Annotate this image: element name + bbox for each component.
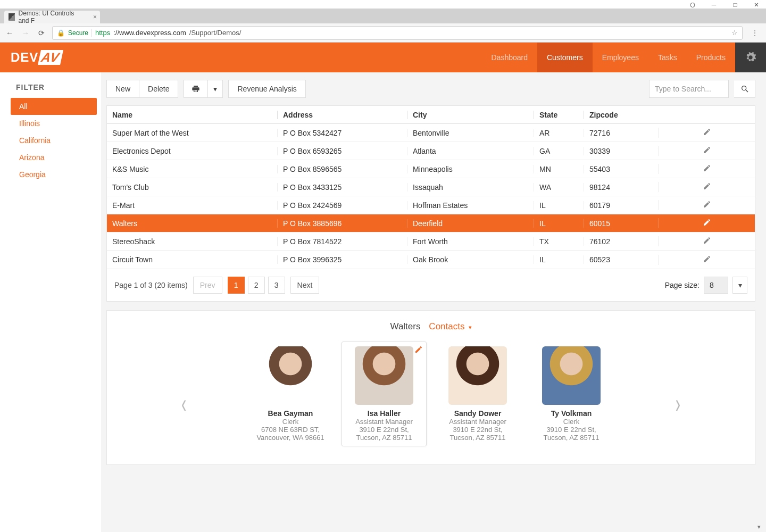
page-size-value[interactable]: 8	[704, 277, 728, 294]
nav-products[interactable]: Products	[687, 43, 735, 72]
filter-item-illinois[interactable]: Illinois	[0, 115, 101, 132]
edit-row-button[interactable]	[658, 200, 755, 210]
search-placeholder: Type to Search...	[655, 85, 711, 93]
window-titlebar: ◯ — ☐ ✕	[0, 0, 766, 9]
contact-card[interactable]: Isa HallerAssistant Manager3910 E 22nd S…	[342, 342, 427, 446]
table-row[interactable]: StereoShackP O Box 7814522Fort WorthTX76…	[107, 232, 755, 251]
filter-item-arizona[interactable]: Arizona	[0, 149, 101, 166]
nav-customers[interactable]: Customers	[537, 43, 593, 72]
table-row[interactable]: Circuit TownP O Box 3996325Oak BrookIL60…	[107, 251, 755, 269]
contact-avatar	[448, 346, 507, 405]
contacts-prev[interactable]: ‹	[181, 388, 186, 419]
table-row[interactable]: E-MartP O Box 2424569Hoffman EstatesIL60…	[107, 196, 755, 214]
contact-card[interactable]: Sandy DowerAssistant Manager3910 E 22nd …	[435, 342, 520, 446]
delete-button[interactable]: Delete	[139, 80, 178, 98]
edit-row-button[interactable]	[658, 146, 755, 156]
window-maximize[interactable]: ☐	[730, 0, 740, 9]
table-row[interactable]: Electronics DepotP O Box 6593265AtlantaG…	[107, 142, 755, 160]
contact-addr1: 6708 NE 63RD ST,	[253, 426, 328, 434]
edit-contact-button[interactable]	[414, 345, 423, 355]
search-input[interactable]: Type to Search...	[649, 80, 729, 98]
app-header: DEVAV Dashboard Customers Employees Task…	[0, 43, 766, 72]
cell-address: P O Box 3996325	[277, 255, 407, 264]
contacts-next[interactable]: ›	[676, 388, 680, 419]
cell-address: P O Box 6593265	[277, 147, 407, 155]
pager-page-2[interactable]: 2	[248, 277, 265, 294]
browser-menu-icon[interactable]: ⋮	[748, 29, 762, 37]
revenue-analysis-button[interactable]: Revenue Analysis	[228, 80, 305, 98]
pager-prev[interactable]: Prev	[193, 277, 222, 294]
page-size-dropdown[interactable]: ▾	[732, 277, 747, 294]
pager-next[interactable]: Next	[290, 277, 320, 294]
cell-city: Deerfield	[407, 219, 534, 228]
nav-dashboard[interactable]: Dashboard	[482, 43, 538, 72]
cell-city: Hoffman Estates	[407, 201, 534, 210]
logo-text-2: AV	[38, 50, 63, 65]
caret-down-icon: ▾	[213, 85, 217, 93]
window-minimize[interactable]: —	[709, 0, 719, 9]
settings-button[interactable]	[735, 43, 766, 72]
edit-row-button[interactable]	[658, 182, 755, 192]
contact-name: Sandy Dower	[440, 409, 515, 418]
contacts-company: Walters	[390, 321, 420, 331]
cell-city: Fort Worth	[407, 237, 534, 246]
address-bar[interactable]: 🔒 Secure https://www.devexpress.com/Supp…	[52, 26, 743, 40]
contact-name: Bea Gayman	[253, 409, 328, 418]
contact-card[interactable]: Ty VolkmanClerk3910 E 22nd St,Tucson, AZ…	[529, 342, 614, 446]
table-row[interactable]: Tom's ClubP O Box 3433125IssaquahWA98124	[107, 178, 755, 196]
contact-addr2: Vancouver, WA 98661	[253, 434, 328, 442]
cell-city: Oak Brook	[407, 255, 534, 264]
edit-row-button[interactable]	[658, 236, 755, 246]
edit-row-button[interactable]	[658, 218, 755, 228]
pager-info: Page 1 of 3 (20 items)	[114, 281, 188, 289]
pager: Page 1 of 3 (20 items) Prev 123 Next Pag…	[106, 269, 755, 302]
cell-name: Tom's Club	[107, 183, 277, 192]
cell-state: IL	[534, 201, 584, 210]
forward-button[interactable]: →	[20, 29, 31, 37]
filter-item-all[interactable]: All	[11, 98, 97, 115]
pager-page-1[interactable]: 1	[228, 277, 245, 294]
bookmark-icon[interactable]: ☆	[731, 29, 738, 37]
edit-row-button[interactable]	[658, 128, 755, 138]
main-content: New Delete ▾ Revenue Analysis Type to Se…	[101, 72, 766, 532]
contacts-dropdown[interactable]: Contacts ▾	[429, 321, 471, 331]
col-name[interactable]: Name	[107, 111, 277, 119]
edit-row-button[interactable]	[658, 164, 755, 174]
pager-page-3[interactable]: 3	[268, 277, 285, 294]
filter-item-georgia[interactable]: Georgia	[0, 166, 101, 183]
filter-title: FILTER	[16, 83, 101, 92]
contact-avatar	[261, 346, 320, 405]
new-button[interactable]: New	[106, 80, 139, 98]
edit-row-button[interactable]	[658, 255, 755, 265]
print-dropdown[interactable]: ▾	[208, 80, 223, 98]
back-button[interactable]: ←	[4, 29, 15, 37]
print-button[interactable]	[184, 80, 208, 98]
browser-tab[interactable]: Demos: UI Controls and F ×	[4, 11, 100, 23]
cell-address: P O Box 7814522	[277, 237, 407, 246]
tab-close-icon[interactable]: ×	[93, 13, 97, 21]
col-address[interactable]: Address	[277, 111, 407, 119]
search-button[interactable]	[734, 80, 755, 98]
table-row[interactable]: WaltersP O Box 3885696DeerfieldIL60015	[107, 214, 755, 232]
caret-down-icon: ▾	[738, 281, 742, 289]
col-state[interactable]: State	[534, 111, 584, 119]
filter-item-california[interactable]: California	[0, 132, 101, 149]
table-row[interactable]: Super Mart of the WestP O Box 5342427Ben…	[107, 124, 755, 142]
print-icon	[192, 85, 200, 93]
cell-zipcode: 30339	[584, 147, 658, 155]
nav-tasks[interactable]: Tasks	[648, 43, 687, 72]
scroll-indicator: ▾	[757, 523, 765, 531]
window-close[interactable]: ✕	[751, 0, 762, 9]
col-city[interactable]: City	[407, 111, 534, 119]
contact-card[interactable]: Bea GaymanClerk6708 NE 63RD ST,Vancouver…	[248, 342, 333, 446]
gear-icon	[745, 52, 756, 63]
customers-grid: Name Address City State Zipcode Super Ma…	[106, 105, 755, 269]
pencil-icon	[703, 165, 711, 174]
cell-zipcode: 72716	[584, 129, 658, 137]
nav-employees[interactable]: Employees	[593, 43, 648, 72]
account-icon[interactable]: ◯	[687, 0, 698, 9]
reload-button[interactable]: ⟳	[36, 29, 47, 37]
cell-city: Minneapolis	[407, 165, 534, 173]
table-row[interactable]: K&S MusicP O Box 8596565MinneapolisMN554…	[107, 160, 755, 178]
col-zipcode[interactable]: Zipcode	[584, 111, 658, 119]
